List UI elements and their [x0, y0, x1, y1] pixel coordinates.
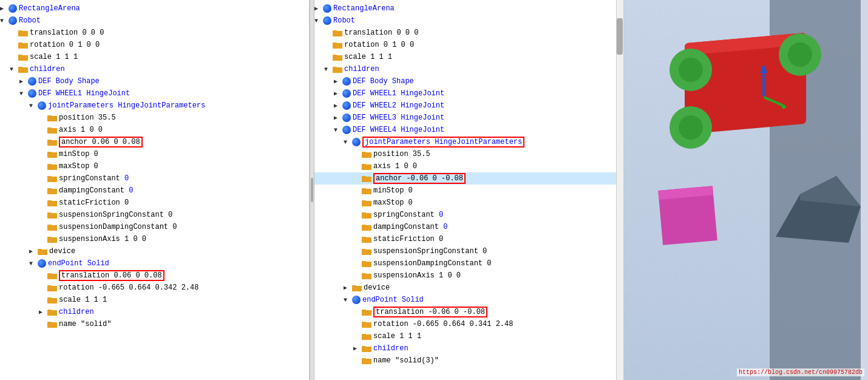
left-tree-panel[interactable]: RectangleArenaRobot translation 0 0 0 ro…: [0, 0, 310, 380]
tree-arrow[interactable]: [314, 5, 323, 12]
tree-item-dampingconst-l[interactable]: dampingConstant 0: [0, 185, 309, 197]
tree-arrow[interactable]: [10, 66, 18, 73]
tree-item-scale-l[interactable]: scale 1 1 1: [0, 51, 309, 63]
tree-item-endpoint-l[interactable]: endPoint Solid: [0, 257, 309, 270]
svg-rect-49: [48, 177, 56, 182]
tree-item-ep-rotation-l[interactable]: rotation -0.665 0.664 0.342 2.48: [0, 282, 309, 294]
tree-arrow[interactable]: [344, 297, 352, 304]
tree-arrow[interactable]: [314, 18, 323, 24]
tree-item-staticfriction-r[interactable]: staticFriction 0: [314, 233, 623, 245]
tree-arrow[interactable]: [29, 103, 38, 109]
folder-icon: [47, 199, 57, 206]
tree-item-translation-r[interactable]: translation 0 0 0: [314, 27, 623, 39]
tree-item-rectangleArena-r[interactable]: RectangleArena: [314, 2, 623, 15]
tree-item-rotation-l[interactable]: rotation 0 1 0 0: [0, 39, 309, 51]
tree-item-ep-name-r[interactable]: name "solid(3)": [314, 355, 623, 367]
tree-item-ep-translation-l[interactable]: translation 0.06 0 0.08: [0, 270, 309, 282]
tree-item-ep-children-l[interactable]: children: [0, 306, 309, 318]
tree-arrow[interactable]: [353, 345, 362, 352]
tree-item-anchor-r[interactable]: anchor -0.06 0 -0.08: [314, 172, 623, 185]
tree-arrow[interactable]: [29, 260, 38, 267]
tree-arrow[interactable]: [334, 90, 342, 97]
tree-arrow[interactable]: [0, 18, 8, 24]
tree-item-defbody-l[interactable]: DEF Body Shape: [0, 75, 309, 87]
tree-item-dampingconst-r[interactable]: dampingConstant 0: [314, 221, 623, 233]
tree-item-axis-r[interactable]: axis 1 0 0: [314, 160, 623, 172]
folder-icon: [362, 236, 371, 243]
tree-arrow[interactable]: [19, 78, 28, 85]
tree-item-rectangleArena-l[interactable]: RectangleArena: [0, 2, 309, 15]
tree-arrow[interactable]: [39, 308, 47, 316]
tree-item-ep-rotation-r[interactable]: rotation -0.665 0.664 0.341 2.48: [314, 318, 623, 330]
tree-item-staticfriction-l[interactable]: staticFriction 0: [0, 197, 309, 209]
tree-item-springconst-r[interactable]: springConstant 0: [314, 209, 623, 221]
tree-arrow[interactable]: [324, 66, 333, 73]
tree-item-defbody-r[interactable]: DEF Body Shape: [314, 75, 623, 87]
tree-item-suspdampingconst-l[interactable]: suspensionDampingConstant 0: [0, 221, 309, 233]
tree-item-scale-r[interactable]: scale 1 1 1: [314, 51, 623, 63]
tree-item-defwheel3-r[interactable]: DEF WHEEL3 HingeJoint: [314, 112, 623, 124]
tree-item-robot-r[interactable]: Robot: [314, 15, 623, 27]
svg-rect-179: [362, 274, 371, 279]
item-label: translation 0.06 0 0.08: [59, 270, 164, 281]
tree-item-endpoint-r[interactable]: endPoint Solid: [314, 294, 623, 306]
tree-item-children-l[interactable]: children: [0, 63, 309, 75]
tree-item-minstop-l[interactable]: minStop 0: [0, 148, 309, 160]
folder-icon: [352, 284, 362, 291]
tree-item-device-r[interactable]: device: [314, 282, 623, 294]
svg-point-217: [788, 42, 812, 67]
tree-item-suspdampingconst-r[interactable]: suspensionDampingConstant 0: [314, 257, 623, 270]
tree-item-defwheel4-r[interactable]: DEF WHEEL4 HingeJoint: [314, 124, 623, 136]
tree-item-suspaxis-l[interactable]: suspensionAxis 1 0 0: [0, 233, 309, 245]
tree-item-position-r[interactable]: position 35.5: [314, 148, 623, 160]
tree-item-jointparams-l[interactable]: jointParameters HingeJointParameters: [0, 100, 309, 112]
folder-icon: [18, 66, 28, 73]
item-label: suspensionAxis 1 0 0: [59, 235, 146, 243]
svg-rect-89: [48, 287, 56, 291]
tree-item-translation-l[interactable]: translation 0 0 0: [0, 27, 309, 39]
tree-item-maxstop-l[interactable]: maxStop 0: [0, 160, 309, 172]
tree-item-suspaxis-r[interactable]: suspensionAxis 1 0 0: [314, 270, 623, 282]
tree-arrow[interactable]: [344, 139, 352, 146]
tree-arrow[interactable]: [0, 5, 8, 12]
folder-icon: [362, 151, 371, 158]
tree-item-ep-name-l[interactable]: name "solid": [0, 318, 309, 330]
item-label: DEF WHEEL1 HingeJoint: [38, 89, 130, 98]
tree-item-axis-l[interactable]: axis 1 0 0: [0, 124, 309, 136]
tree-item-defwheel1-r[interactable]: DEF WHEEL1 HingeJoint: [314, 87, 623, 100]
tree-item-jointparams-r[interactable]: jointParameters HingeJointParameters: [314, 136, 623, 148]
svg-rect-189: [362, 311, 371, 315]
right-tree-panel[interactable]: RectangleArenaRobot translation 0 0 0 ro…: [314, 0, 624, 380]
tree-arrow[interactable]: [19, 90, 28, 97]
tree-arrow[interactable]: [334, 78, 342, 85]
tree-arrow[interactable]: [334, 102, 342, 109]
tree-item-position-l[interactable]: position 35.5: [0, 112, 309, 124]
tree-item-maxstop-r[interactable]: maxStop 0: [314, 197, 623, 209]
highlight-box: jointParameters HingeJointParameters: [362, 137, 524, 148]
tree-item-suspspringconst-l[interactable]: suspensionSpringConstant 0: [0, 209, 309, 221]
tree-item-ep-scale-r[interactable]: scale 1 1 1: [314, 330, 623, 342]
tree-item-rotation-r[interactable]: rotation 0 1 0 0: [314, 39, 623, 51]
item-label: scale 1 1 1: [373, 332, 421, 341]
tree-item-suspspringconst-r[interactable]: suspensionSpringConstant 0: [314, 245, 623, 257]
tree-item-springconst-l[interactable]: springConstant 0: [0, 172, 309, 185]
scrollbar[interactable]: [616, 0, 623, 380]
tree-item-defwheel1-l[interactable]: DEF WHEEL1 HingeJoint: [0, 87, 309, 100]
tree-item-minstop-r[interactable]: minStop 0: [314, 185, 623, 197]
svg-rect-39: [48, 153, 56, 157]
tree-item-children-r[interactable]: children: [314, 63, 623, 75]
tree-arrow[interactable]: [344, 284, 352, 291]
item-label: children: [373, 344, 409, 353]
tree-item-ep-translation-r[interactable]: translation -0.06 0 -0.08: [314, 306, 623, 318]
tree-item-device-l[interactable]: device: [0, 245, 309, 257]
tree-arrow[interactable]: [29, 248, 38, 255]
tree-item-robot-l[interactable]: Robot: [0, 15, 309, 27]
tree-arrow[interactable]: [334, 114, 342, 121]
tree-item-ep-children-r[interactable]: children: [314, 342, 623, 355]
item-label: suspensionSpringConstant 0: [373, 247, 487, 256]
tree-item-ep-scale-l[interactable]: scale 1 1 1: [0, 294, 309, 306]
tree-item-anchor-l[interactable]: anchor 0.06 0 0.08: [0, 136, 309, 148]
item-label: position 35.5: [373, 150, 430, 158]
tree-arrow[interactable]: [334, 127, 342, 134]
tree-item-defwheel2-r[interactable]: DEF WHEEL2 HingeJoint: [314, 100, 623, 112]
